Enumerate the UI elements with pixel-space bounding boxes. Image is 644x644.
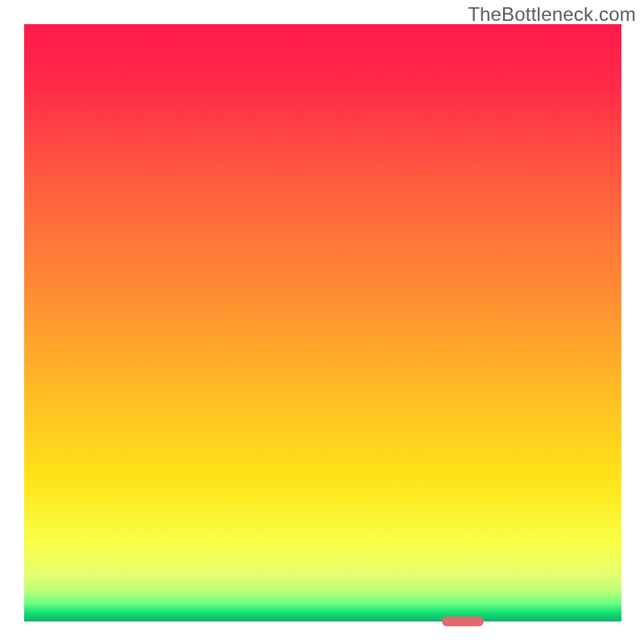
heat-gradient [24, 24, 621, 621]
plot-area [24, 24, 621, 621]
chart-container: TheBottleneck.com [0, 0, 644, 644]
bottleneck-minimum-marker [442, 617, 484, 626]
watermark-text: TheBottleneck.com [468, 3, 636, 26]
